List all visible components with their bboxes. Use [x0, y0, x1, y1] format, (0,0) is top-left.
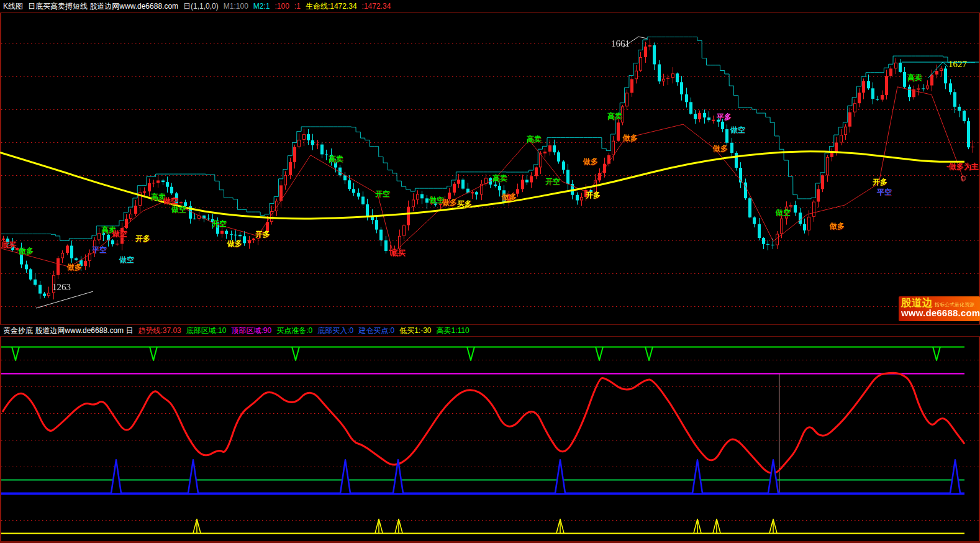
trading-terminal-window: K线图日底买高卖搏短线 股道边网www.de6688.com日(1,1,0,0)…: [0, 0, 980, 543]
indicator-title-item-4: 买点准备:0: [276, 326, 312, 336]
kline-chart-canvas[interactable]: [0, 14, 980, 324]
indicator-title-item-5: 底部买入:0: [317, 326, 353, 336]
indicator-title-item-1: 趋势线:37.03: [138, 326, 181, 336]
kline-title-item-3: M1:100: [224, 2, 248, 11]
kline-title-item-4: M2:1: [253, 2, 270, 11]
indicator-title-item-8: 高卖1:110: [437, 326, 470, 336]
kline-title-item-6: :1: [294, 2, 301, 11]
indicator-panel: [0, 337, 980, 541]
watermark-brand: 股道边: [901, 298, 933, 308]
indicator-title-item-3: 顶部区域:90: [231, 326, 271, 336]
kline-chart-panel: 底买做多做多平空高卖做空做空开多高卖做空做空开空做多开多高卖开空底买做空做多买多…: [0, 14, 980, 324]
kline-title-item-7: 生命线:1472.34: [306, 1, 357, 12]
kline-title-item-8: :1472.34: [362, 2, 391, 11]
indicator-title-item-6: 建仓买点:0: [358, 326, 394, 336]
indicator-title-item-2: 底部区域:10: [186, 326, 227, 336]
kline-title-item-5: :100: [275, 2, 289, 11]
watermark-badge: 股道边 指标公式量化资源 www.de6688.com: [899, 296, 980, 321]
kline-title-item-0: K线图: [3, 1, 23, 12]
kline-title-item-2: 日(1,1,0,0): [183, 1, 219, 12]
indicator-title-item-0: 黄金抄底 股道边网www.de6688.com 日: [3, 326, 133, 336]
indicator-chart-canvas[interactable]: [0, 337, 980, 541]
kline-panel-titlebar: K线图日底买高卖搏短线 股道边网www.de6688.com日(1,1,0,0)…: [0, 0, 980, 13]
indicator-title-item-7: 低买1:-30: [399, 326, 431, 336]
kline-title-item-1: 日底买高卖搏短线 股道边网www.de6688.com: [28, 1, 178, 12]
watermark-url: www.de6688.com: [901, 308, 978, 318]
watermark-slogan: 指标公式量化资源: [935, 302, 974, 308]
indicator-panel-titlebar: 黄金抄底 股道边网www.de6688.com 日趋势线:37.03底部区域:1…: [0, 324, 980, 337]
